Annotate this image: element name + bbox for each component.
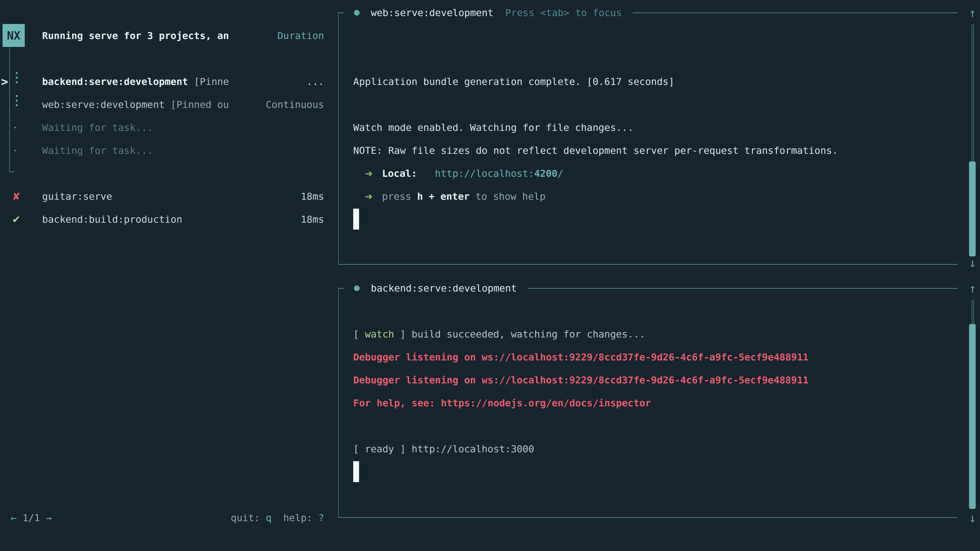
help-hint-text: press h + enter to show help [382, 191, 546, 202]
task-row-waiting-1: Waiting for task... [0, 116, 324, 139]
scroll-up-icon[interactable]: ↑ [967, 1, 978, 24]
scroll-down-icon[interactable]: ↓ [967, 251, 978, 274]
log-line-watch-mode: Watch mode enabled. Watching for file ch… [353, 116, 633, 139]
help-pre: press [382, 191, 417, 202]
task-row-guitar-serve[interactable]: ✘ guitar:serve 18ms [0, 185, 324, 208]
duration-column-header: Duration [277, 30, 324, 41]
task-name: guitar:serve [42, 191, 112, 202]
log-line-debugger-1: Debugger listening on ws://localhost:922… [353, 346, 808, 368]
terminal-cursor [353, 209, 359, 230]
scrollbar-thumb[interactable] [969, 162, 976, 256]
arrow-icon: ➜ [365, 191, 373, 202]
quit-label: quit: [231, 512, 266, 524]
watch-rest: ] build succeeded, watching for changes.… [394, 329, 645, 340]
task-duration: Continuous [266, 99, 324, 110]
panel-title: web:serve:development [371, 7, 493, 18]
scrollbar-thumb[interactable] [969, 324, 976, 509]
help-keys-combo: h + enter [417, 191, 469, 202]
log-line-debugger-2: Debugger listening on ws://localhost:922… [353, 368, 808, 392]
spinner-icon [16, 72, 18, 83]
task-name: backend:build:production [42, 214, 182, 225]
scrollbar-track[interactable] [972, 300, 974, 324]
waiting-label: Waiting for task... [42, 122, 153, 133]
page-next-arrow-icon[interactable]: → [46, 512, 52, 524]
bracket-open: [ [353, 329, 365, 340]
task-suffix: [Pinned ou [165, 99, 229, 110]
task-row-web-serve[interactable]: web:serve:development [Pinned ou Continu… [0, 93, 324, 116]
panel-header: backend:serve:development [338, 277, 958, 300]
log-line-ready: [ ready ] http://localhost:3000 [353, 437, 534, 460]
task-row-backend-serve[interactable]: > backend:serve:development [Pinne ... [0, 70, 324, 93]
scroll-down-icon[interactable]: ↓ [967, 507, 978, 529]
arrow-icon: ➜ [365, 168, 373, 179]
task-duration: 18ms [301, 191, 324, 202]
running-dot-icon [354, 286, 360, 291]
waiting-dot-icon [14, 150, 16, 151]
task-duration: ... [307, 76, 324, 87]
failed-x-icon: ✘ [12, 191, 21, 202]
running-dot-icon [354, 10, 360, 16]
quit-key: q [266, 512, 272, 524]
scroll-up-icon[interactable]: ↑ [967, 277, 978, 300]
log-line-build-succeeded: [ watch ] build succeeded, watching for … [353, 323, 645, 346]
panel-left-border [338, 287, 339, 518]
terminal-cursor [353, 461, 359, 482]
task-list-header: Running serve for 3 projects, an Duratio… [0, 24, 324, 47]
task-name: web:serve:development [42, 99, 165, 110]
task-tree-connector-foot [9, 171, 15, 172]
border-stub [338, 288, 344, 289]
panel-bottom-border [338, 517, 958, 518]
spinner-icon [16, 95, 18, 106]
task-duration: 18ms [301, 214, 324, 225]
waiting-label: Waiting for task... [42, 145, 153, 156]
log-line-inspector-help: For help, see: https://nodejs.org/en/doc… [353, 392, 651, 414]
log-line-note: NOTE: Raw file sizes do not reflect deve… [353, 139, 838, 162]
scrollbar-track[interactable] [972, 24, 974, 162]
panel-title: backend:serve:development [371, 283, 517, 294]
task-row-backend-build[interactable]: ✔ backend:build:production 18ms [0, 208, 324, 231]
panel-bottom-border [338, 264, 958, 265]
page-prev-arrow-icon[interactable]: ← [11, 512, 17, 524]
task-list-title: Running serve for 3 projects, an [42, 30, 229, 41]
keyboard-hints: quit: q help: ? [231, 507, 324, 529]
help-post: to show help [469, 191, 546, 202]
help-key: ? [318, 512, 324, 524]
url-suffix: / [557, 168, 563, 179]
panel-header: web:serve:development Press <tab> to foc… [338, 1, 958, 24]
header-rule [633, 13, 958, 13]
log-line-bundle: Application bundle generation complete. … [353, 70, 674, 93]
url-port: 4200 [534, 168, 558, 179]
success-check-icon: ✔ [12, 213, 21, 225]
task-name: backend:serve:development [42, 76, 188, 87]
selected-caret-icon: > [1, 75, 8, 89]
header-rule [528, 288, 958, 289]
url-prefix: http://localhost: [435, 168, 534, 179]
page-indicator: 1/1 [22, 512, 40, 524]
local-url[interactable]: http://localhost:4200/ [435, 168, 563, 179]
task-suffix: [Pinne [188, 76, 229, 87]
border-stub [338, 13, 344, 13]
task-row-waiting-2: Waiting for task... [0, 139, 324, 162]
panel-left-border [338, 12, 339, 265]
focus-hint: Press <tab> to focus [505, 7, 622, 18]
help-label: help: [272, 512, 318, 524]
local-label: Local: [382, 168, 417, 179]
waiting-dot-icon [14, 127, 16, 128]
watch-tag: watch [365, 329, 394, 340]
